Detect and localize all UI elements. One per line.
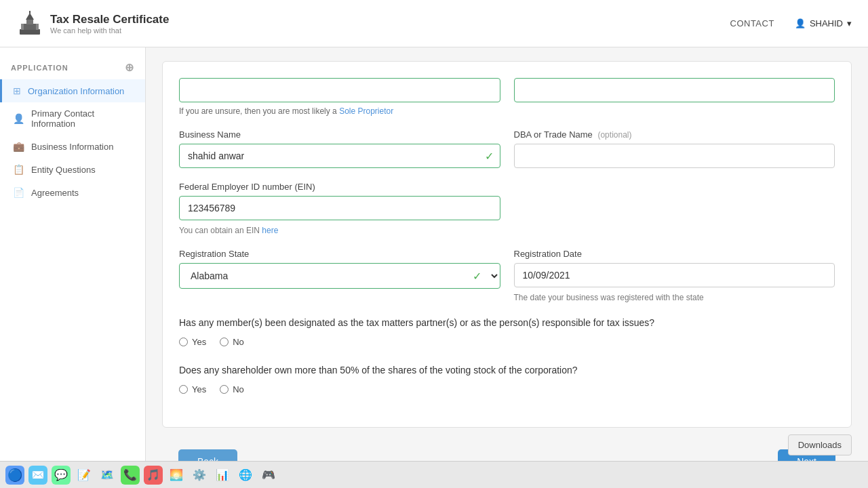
question2-no-label[interactable]: No: [220, 384, 244, 394]
svg-rect-6: [21, 24, 24, 30]
registration-date-label: Registration Date: [514, 249, 835, 259]
downloads-button[interactable]: Downloads: [788, 434, 852, 455]
user-name: SHAHID: [810, 18, 843, 28]
question1-no-label[interactable]: No: [220, 337, 244, 347]
question1-text: Has any member(s) been designated as the…: [179, 316, 835, 330]
sidebar-label-primary-contact: Primary Contact Information: [31, 108, 134, 129]
sidebar-label-business-info: Business Information: [31, 142, 113, 152]
user-caret-icon: ▾: [847, 18, 852, 28]
sidebar-item-organization-information[interactable]: ⊞ Organization Information: [0, 79, 145, 102]
registration-date-helper: The date your business was registered wi…: [514, 293, 835, 302]
header-nav: CONTACT 👤 SHAHID ▾: [730, 18, 852, 28]
grid-icon: ⊞: [13, 85, 21, 96]
contact-link[interactable]: CONTACT: [730, 18, 774, 28]
registration-row: Registration State AlabamaAlaskaArizonaA…: [179, 249, 835, 302]
business-name-wrapper: ✓: [179, 144, 500, 168]
taskbar-settings-icon[interactable]: ⚙️: [190, 466, 209, 485]
add-application-icon[interactable]: ⊕: [125, 61, 134, 74]
business-name-label: Business Name: [179, 129, 500, 140]
taskbar-photos-icon[interactable]: 🌅: [167, 466, 186, 485]
taskbar-music-icon[interactable]: 🎵: [144, 466, 163, 485]
taskbar-app11-icon[interactable]: 🎮: [259, 466, 278, 485]
ein-label: Federal Employer ID number (EIN): [179, 182, 500, 192]
question1-radio-group: Yes No: [179, 337, 835, 347]
ein-input[interactable]: [179, 196, 500, 220]
question1-yes-label[interactable]: Yes: [179, 337, 206, 347]
taskbar-app9-icon[interactable]: 📊: [213, 466, 232, 485]
question2-yes-label[interactable]: Yes: [179, 384, 206, 394]
svg-rect-2: [23, 24, 37, 30]
taskbar-chat-icon[interactable]: 💬: [52, 466, 71, 485]
logo-subtitle: We can help with that: [50, 26, 169, 35]
registration-state-select[interactable]: AlabamaAlaskaArizonaArkansasCaliforniaCo…: [179, 263, 500, 289]
document-icon: 📄: [13, 187, 24, 198]
business-name-row: Business Name ✓ DBA or Trade Name (optio…: [179, 129, 835, 168]
question1-block: Has any member(s) been designated as the…: [179, 316, 835, 347]
person-icon: 👤: [13, 113, 24, 124]
top-partial-row: [179, 78, 835, 102]
dba-label: DBA or Trade Name (optional): [514, 129, 835, 140]
sidebar-item-business-info[interactable]: 💼 Business Information: [0, 135, 145, 158]
business-name-group: Business Name ✓: [179, 129, 500, 168]
sole-prop-note: If you are unsure, then you are most lik…: [179, 106, 835, 116]
taskbar: 🔵 ✉️ 💬 📝 🗺️ 📞 🎵 🌅 ⚙️ 📊 🌐 🎮: [0, 461, 868, 488]
svg-rect-3: [26, 20, 33, 24]
user-icon: 👤: [795, 18, 806, 28]
registration-state-check-icon: ✓: [473, 270, 481, 283]
registration-state-group: Registration State AlabamaAlaskaArizonaA…: [179, 249, 500, 302]
svg-rect-5: [29, 11, 31, 14]
sidebar-item-entity-questions[interactable]: 📋 Entity Questions: [0, 158, 145, 181]
question2-text: Does any shareholder own more than 50% o…: [179, 363, 835, 378]
taskbar-phone-icon[interactable]: 📞: [121, 466, 140, 485]
registration-state-wrapper: AlabamaAlaskaArizonaArkansasCaliforniaCo…: [179, 263, 500, 289]
ein-here-link[interactable]: here: [262, 226, 278, 235]
main-content: If you are unsure, then you are most lik…: [146, 47, 868, 488]
registration-date-input[interactable]: [514, 263, 835, 287]
form-card: If you are unsure, then you are most lik…: [162, 61, 852, 428]
business-name-check-icon: ✓: [485, 150, 494, 163]
taskbar-notes-icon[interactable]: 📝: [75, 466, 94, 485]
dba-input[interactable]: [514, 144, 835, 168]
sidebar-label-agreements: Agreements: [31, 188, 79, 198]
app-layout: APPLICATION ⊕ ⊞ Organization Information…: [0, 47, 868, 488]
question1-no-radio[interactable]: [220, 338, 229, 346]
svg-rect-1: [20, 29, 40, 35]
taskbar-finder-icon[interactable]: 🔵: [5, 466, 24, 485]
svg-marker-4: [26, 13, 34, 20]
svg-rect-7: [36, 24, 39, 30]
ein-group: Federal Employer ID number (EIN) You can…: [179, 182, 500, 235]
logo: Tax Resale Certificate We can help with …: [16, 10, 169, 37]
top-input-right[interactable]: [514, 78, 835, 102]
top-input-left[interactable]: [179, 78, 500, 102]
ein-helper-text: You can obtain an EIN here: [179, 226, 500, 235]
briefcase-icon: 💼: [13, 141, 24, 152]
user-menu[interactable]: 👤 SHAHID ▾: [795, 18, 852, 28]
dba-group: DBA or Trade Name (optional): [514, 129, 835, 168]
sidebar-item-agreements[interactable]: 📄 Agreements: [0, 181, 145, 204]
question2-block: Does any shareholder own more than 50% o…: [179, 363, 835, 394]
logo-title: Tax Resale Certificate: [50, 13, 169, 26]
ein-row: Federal Employer ID number (EIN) You can…: [179, 182, 835, 235]
sidebar-item-primary-contact[interactable]: 👤 Primary Contact Information: [0, 102, 145, 135]
registration-state-label: Registration State: [179, 249, 500, 259]
logo-icon: [16, 10, 43, 37]
logo-text: Tax Resale Certificate We can help with …: [50, 13, 169, 35]
clipboard-icon: 📋: [13, 164, 24, 175]
question2-yes-radio[interactable]: [179, 385, 188, 394]
sidebar-label-entity-questions: Entity Questions: [31, 165, 96, 175]
sidebar: APPLICATION ⊕ ⊞ Organization Information…: [0, 47, 146, 488]
taskbar-mail-icon[interactable]: ✉️: [28, 466, 47, 485]
question1-yes-radio[interactable]: [179, 338, 188, 346]
taskbar-app10-icon[interactable]: 🌐: [236, 466, 255, 485]
question2-no-radio[interactable]: [220, 385, 229, 394]
sidebar-section-label: APPLICATION ⊕: [0, 61, 145, 79]
sidebar-label-organization: Organization Information: [28, 86, 124, 96]
app-header: Tax Resale Certificate We can help with …: [0, 0, 868, 47]
question2-radio-group: Yes No: [179, 384, 835, 394]
sole-prop-link[interactable]: Sole Proprietor: [339, 106, 393, 116]
taskbar-maps-icon[interactable]: 🗺️: [98, 466, 117, 485]
business-name-input[interactable]: [179, 144, 500, 168]
registration-date-group: Registration Date The date your business…: [514, 249, 835, 302]
